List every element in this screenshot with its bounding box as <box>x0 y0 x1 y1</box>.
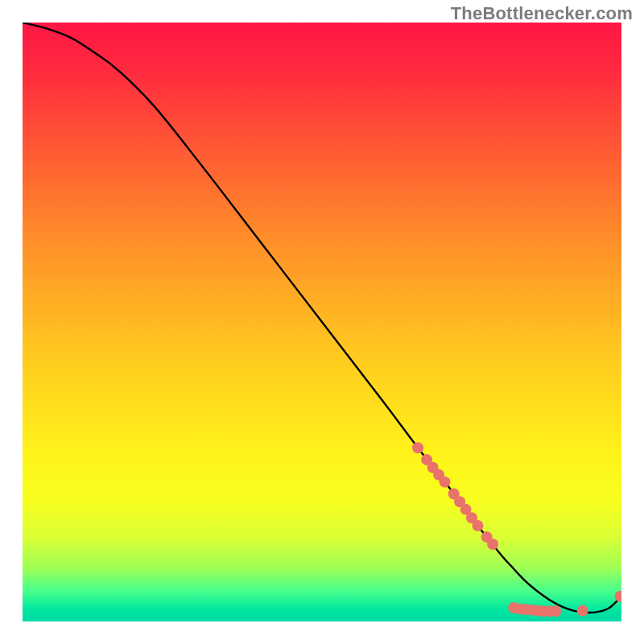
attribution-label: TheBottlenecker.com <box>451 3 633 24</box>
data-marker <box>577 605 588 617</box>
data-marker <box>487 539 498 550</box>
data-marker <box>550 605 561 617</box>
data-marker <box>440 477 451 488</box>
chart-svg <box>23 23 621 621</box>
data-marker <box>412 442 423 453</box>
data-marker <box>472 520 483 531</box>
chart-frame: TheBottlenecker.com <box>0 0 644 644</box>
plot-area <box>23 23 621 621</box>
